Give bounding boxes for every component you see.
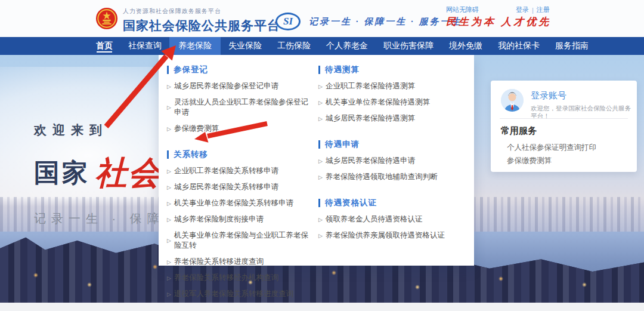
triangle-bullet-icon: ▷ — [167, 201, 171, 207]
triangle-bullet-icon: ▷ — [167, 104, 171, 110]
section-bar-icon — [167, 66, 169, 74]
menu-item[interactable]: ▷机关事业单位养老保险与企业职工养老保险互转 — [167, 230, 312, 251]
menu-item-label: 机关事业单位养老保险关系转移申请 — [174, 198, 293, 208]
menu-item[interactable]: ▷参保缴费测算 — [167, 124, 312, 134]
login-services-card: 登录账号 欢迎您，登录国家社会保险公共服务平台！ 常用服务 个人社保参保证明查询… — [491, 81, 637, 172]
triangle-bullet-icon: ▷ — [167, 238, 171, 244]
triangle-bullet-icon: ▷ — [318, 116, 323, 122]
section-daiyu-zige-renzheng: 待遇资格认证 ▷领取养老金人员待遇资格认证 ▷养老保险供养亲属领取待遇资格认证 — [318, 198, 467, 241]
section-bar-icon — [318, 199, 320, 207]
nav-item-home[interactable]: 首页 — [88, 37, 120, 55]
nav-item-overseas-exemption[interactable]: 境外免缴 — [441, 37, 490, 55]
si-logo-icon: SI — [275, 13, 301, 30]
section-header: 参保登记 — [167, 64, 312, 75]
menu-item-label: 领取养老金人员待遇资格认证 — [326, 214, 423, 224]
page: 欢迎来到 国家社会保 记录一生 · 保障 人力资源和社会保障政务服务平台 国家社… — [0, 0, 644, 311]
main-navbar: 首页 社保查询 养老保险 失业保险 工伤保险 个人养老金 职业伤害保障 境外免缴… — [0, 37, 644, 55]
si-block: SI 记录一生 · 保障一生 · 服务一生 — [275, 13, 462, 30]
menu-item-label: 城乡居民养老保险待遇申请 — [326, 156, 415, 166]
red-slogan: 民生为本 人才优先 — [446, 15, 551, 29]
login-account-link[interactable]: 登录账号 — [531, 90, 566, 101]
menu-item[interactable]: ▷机关事业单位养老保险关系转移申请 — [167, 198, 312, 208]
menu-item[interactable]: ▷城乡居民养老保险参保登记申请 — [167, 81, 312, 91]
card-divider — [500, 118, 628, 119]
menu-item[interactable]: ▷城乡居民养老保险关系转移申请 — [167, 182, 312, 192]
link-divider: | — [532, 7, 534, 14]
nav-item-service-guide[interactable]: 服务指南 — [547, 37, 596, 55]
menu-item[interactable]: ▷城乡养老保险制度衔接申请 — [167, 214, 312, 224]
nav-item-occupational-injury[interactable]: 职业伤害保障 — [376, 37, 441, 55]
section-header: 待遇资格认证 — [318, 198, 467, 208]
service-link-canbao-zhengming[interactable]: 个人社保参保证明查询打印 — [507, 143, 596, 153]
section-title: 待遇测算 — [325, 64, 360, 75]
menu-item[interactable]: ▷退役军人养老保险关系转移进度查询 — [167, 289, 312, 299]
triangle-bullet-icon: ▷ — [318, 174, 323, 180]
menu-item-label: 城乡居民养老保险参保登记申请 — [174, 81, 278, 91]
triangle-bullet-icon: ▷ — [318, 217, 323, 223]
section-title: 关系转移 — [174, 149, 208, 160]
menu-item[interactable]: ▷养老保险关系转移进度查询 — [167, 257, 312, 267]
section-bar-icon — [318, 66, 320, 74]
brand-small-title: 人力资源和社会保障政务服务平台 — [123, 7, 280, 16]
nav-item-my-social-card[interactable]: 我的社保卡 — [490, 37, 547, 55]
dropdown-right-column: 待遇测算 ▷企业职工养老保险待遇测算 ▷机关事业单位养老保险待遇测算 ▷城乡居民… — [318, 64, 467, 247]
triangle-bullet-icon: ▷ — [318, 84, 323, 90]
user-avatar-icon — [501, 89, 524, 112]
menu-item-label: 养老保险关系转移经办机构查询 — [174, 273, 278, 283]
section-header: 待遇申请 — [318, 139, 467, 150]
menu-item[interactable]: ▷养老保险待遇领取地辅助查询判断 — [318, 172, 467, 182]
section-title: 待遇申请 — [325, 139, 360, 150]
menu-item[interactable]: ▷企业职工养老保险待遇测算 — [318, 81, 467, 91]
menu-item[interactable]: ▷领取养老金人员待遇资格认证 — [318, 214, 467, 224]
menu-item[interactable]: ▷企业职工养老保险关系转移申请 — [167, 166, 312, 176]
triangle-bullet-icon: ▷ — [318, 233, 323, 239]
menu-item[interactable]: ▷灵活就业人员企业职工养老保险参保登记申请 — [167, 97, 312, 118]
section-header: 关系转移 — [167, 149, 312, 160]
section-title: 待遇资格认证 — [325, 198, 377, 208]
menu-item[interactable]: ▷机关事业单位养老保险待遇测算 — [318, 97, 467, 107]
nav-item-personal-pension[interactable]: 个人养老金 — [318, 37, 376, 55]
login-link[interactable]: 登录 — [516, 5, 529, 14]
accessibility-link[interactable]: 网站无障碍 — [446, 5, 479, 14]
triangle-bullet-icon: ▷ — [167, 291, 171, 297]
bottom-strip — [0, 303, 644, 311]
menu-item[interactable]: ▷养老保险关系转移经办机构查询 — [167, 273, 312, 283]
section-bar-icon — [167, 150, 169, 159]
menu-item-label: 养老保险关系转移进度查询 — [174, 257, 264, 267]
menu-item-label: 灵活就业人员企业职工养老保险参保登记申请 — [174, 97, 312, 118]
nav-item-work-injury-insurance[interactable]: 工伤保险 — [270, 37, 318, 55]
menu-item[interactable]: ▷养老保险供养亲属领取待遇资格认证 — [318, 230, 467, 241]
nav-item-pension-insurance[interactable]: 养老保险 — [169, 37, 221, 55]
triangle-bullet-icon: ▷ — [167, 259, 171, 265]
menu-item-label: 城乡居民养老保险关系转移申请 — [174, 182, 278, 192]
service-link-jiaofei-cesuan[interactable]: 参保缴费测算 — [507, 156, 552, 166]
triangle-bullet-icon: ▷ — [167, 184, 171, 190]
register-link[interactable]: 注册 — [537, 5, 550, 14]
top-header: 人力资源和社会保障政务服务平台 国家社会保险公共服务平台 SI 记录一生 · 保… — [0, 0, 644, 37]
triangle-bullet-icon: ▷ — [167, 126, 171, 132]
triangle-bullet-icon: ▷ — [167, 217, 171, 223]
header-slogan: 记录一生 · 保障一生 · 服务一生 — [309, 16, 462, 27]
menu-item[interactable]: ▷城乡居民养老保险待遇测算 — [318, 113, 467, 124]
section-guanxi-zhuanyi: 关系转移 ▷企业职工养老保险关系转移申请 ▷城乡居民养老保险关系转移申请 ▷机关… — [167, 149, 312, 299]
section-title: 参保登记 — [174, 64, 208, 75]
triangle-bullet-icon: ▷ — [318, 100, 323, 106]
triangle-bullet-icon: ▷ — [167, 168, 171, 174]
menu-item-label: 参保缴费测算 — [174, 124, 219, 134]
menu-item[interactable]: ▷城乡居民养老保险待遇申请 — [318, 156, 467, 166]
menu-item-label: 企业职工养老保险关系转移申请 — [174, 166, 278, 176]
section-canbao-dengji: 参保登记 ▷城乡居民养老保险参保登记申请 ▷灵活就业人员企业职工养老保险参保登记… — [167, 64, 312, 134]
nav-item-unemployment-insurance[interactable]: 失业保险 — [221, 37, 270, 55]
section-daiyu-cesuan: 待遇测算 ▷企业职工养老保险待遇测算 ▷机关事业单位养老保险待遇测算 ▷城乡居民… — [318, 64, 467, 124]
menu-item-label: 养老保险供养亲属领取待遇资格认证 — [326, 230, 445, 241]
menu-item-label: 企业职工养老保险待遇测算 — [326, 81, 415, 91]
menu-item-label: 退役军人养老保险关系转移进度查询 — [174, 289, 293, 299]
section-daiyu-shenqing: 待遇申请 ▷城乡居民养老保险待遇申请 ▷养老保险待遇领取地辅助查询判断 — [318, 139, 467, 182]
section-bar-icon — [318, 140, 320, 149]
avatar — [501, 89, 524, 112]
triangle-bullet-icon: ▷ — [167, 275, 171, 281]
nav-item-shebao-query[interactable]: 社保查询 — [120, 37, 169, 55]
menu-item-label: 城乡居民养老保险待遇测算 — [326, 113, 415, 124]
pension-dropdown-menu: 参保登记 ▷城乡居民养老保险参保登记申请 ▷灵活就业人员企业职工养老保险参保登记… — [159, 55, 474, 266]
triangle-bullet-icon: ▷ — [167, 84, 171, 90]
